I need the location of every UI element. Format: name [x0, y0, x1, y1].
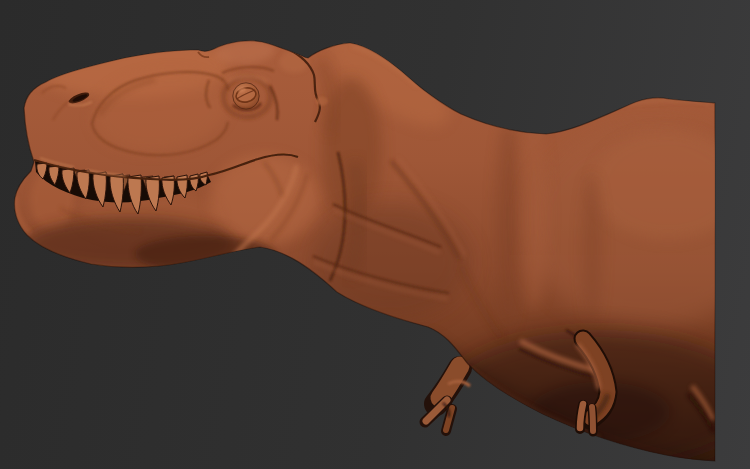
- back-light: [593, 130, 743, 240]
- canvas-clip-group: [15, 17, 750, 469]
- trex-shading: [16, 17, 750, 469]
- near-claw-2: [592, 407, 593, 431]
- trex-model-render[interactable]: [0, 0, 750, 469]
- postorbital-boss: [279, 51, 309, 73]
- sculpt-viewport[interactable]: [0, 0, 750, 469]
- flank-fold-shadow: [582, 175, 602, 325]
- shoulder-fold-shadow: [495, 120, 521, 330]
- cheek-light: [210, 155, 320, 245]
- shoulder-fold-light: [520, 120, 548, 310]
- trex-forearm-far: [425, 366, 470, 431]
